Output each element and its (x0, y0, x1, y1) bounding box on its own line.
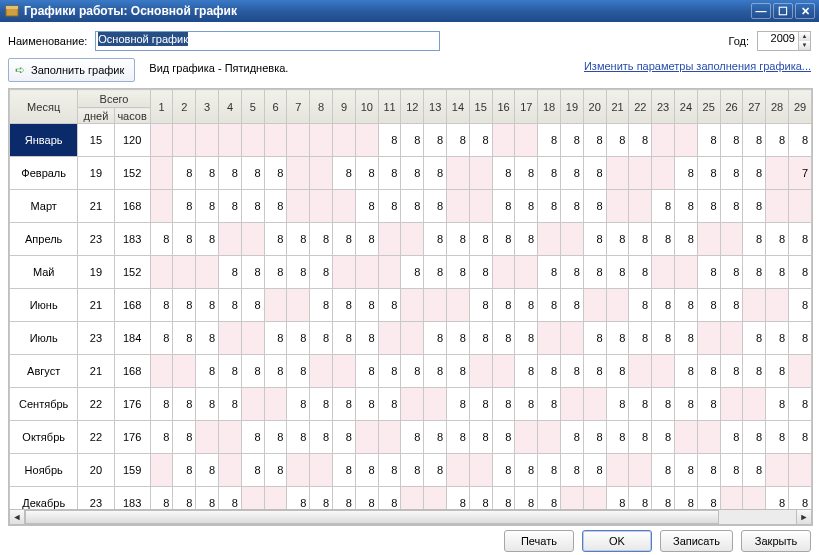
day-cell[interactable]: 8 (355, 454, 378, 487)
day-cell[interactable]: 8 (173, 421, 196, 454)
day-cell[interactable] (652, 124, 675, 157)
day-cell[interactable]: 8 (697, 289, 720, 322)
day-cell[interactable]: 8 (720, 454, 743, 487)
month-header[interactable]: Месяц (10, 90, 78, 124)
day-cell[interactable]: 8 (743, 190, 766, 223)
day-cell[interactable]: 8 (766, 355, 789, 388)
day-cell[interactable] (583, 388, 606, 421)
day-cell[interactable]: 8 (196, 223, 219, 256)
day-cell[interactable]: 8 (378, 157, 401, 190)
day-cell[interactable]: 8 (789, 124, 812, 157)
days-cell[interactable]: 19 (78, 256, 114, 289)
day-cell[interactable] (310, 124, 333, 157)
day-cell[interactable] (310, 355, 333, 388)
day-cell[interactable] (424, 388, 447, 421)
day-cell[interactable] (766, 454, 789, 487)
year-value[interactable]: 2009 (758, 32, 798, 50)
day-cell[interactable] (606, 157, 629, 190)
day-cell[interactable]: 8 (264, 322, 287, 355)
month-cell[interactable]: Ноябрь (10, 454, 78, 487)
day-cell[interactable]: 8 (583, 355, 606, 388)
hours-cell[interactable]: 168 (114, 289, 150, 322)
table-row[interactable]: Май191528888888888888888888 (10, 256, 812, 289)
day-cell[interactable]: 8 (173, 190, 196, 223)
day-cell[interactable] (447, 190, 470, 223)
days-cell[interactable]: 23 (78, 223, 114, 256)
day-cell[interactable]: 8 (219, 289, 242, 322)
day-cell[interactable]: 8 (583, 190, 606, 223)
table-row[interactable]: Июнь2116888888888888888888888 (10, 289, 812, 322)
horizontal-scrollbar[interactable]: ◄ ► (9, 509, 812, 525)
day-cell[interactable]: 8 (583, 322, 606, 355)
day-cell[interactable]: 8 (378, 454, 401, 487)
day-header[interactable]: 8 (310, 90, 333, 124)
day-cell[interactable]: 8 (583, 124, 606, 157)
day-cell[interactable]: 8 (629, 256, 652, 289)
day-header[interactable]: 26 (720, 90, 743, 124)
day-cell[interactable]: 8 (310, 322, 333, 355)
day-cell[interactable]: 8 (447, 223, 470, 256)
day-cell[interactable]: 8 (652, 322, 675, 355)
day-cell[interactable]: 8 (789, 256, 812, 289)
day-cell[interactable]: 8 (697, 454, 720, 487)
day-cell[interactable]: 8 (241, 256, 264, 289)
day-cell[interactable]: 8 (447, 388, 470, 421)
day-cell[interactable]: 8 (219, 256, 242, 289)
day-cell[interactable]: 8 (310, 421, 333, 454)
day-cell[interactable]: 8 (492, 322, 515, 355)
day-cell[interactable]: 8 (150, 223, 173, 256)
day-cell[interactable] (652, 355, 675, 388)
day-cell[interactable] (538, 421, 561, 454)
day-header[interactable]: 15 (469, 90, 492, 124)
day-cell[interactable]: 8 (173, 157, 196, 190)
day-cell[interactable] (355, 256, 378, 289)
hours-cell[interactable]: 168 (114, 190, 150, 223)
day-cell[interactable]: 8 (629, 322, 652, 355)
day-cell[interactable]: 8 (652, 454, 675, 487)
day-cell[interactable] (150, 124, 173, 157)
day-cell[interactable]: 8 (264, 223, 287, 256)
day-cell[interactable]: 8 (424, 454, 447, 487)
day-cell[interactable]: 8 (287, 355, 310, 388)
day-cell[interactable]: 8 (355, 223, 378, 256)
day-cell[interactable]: 8 (264, 355, 287, 388)
day-cell[interactable]: 8 (469, 256, 492, 289)
day-cell[interactable]: 8 (355, 157, 378, 190)
day-cell[interactable]: 8 (333, 322, 356, 355)
month-cell[interactable]: Март (10, 190, 78, 223)
day-cell[interactable] (310, 157, 333, 190)
day-cell[interactable]: 8 (652, 421, 675, 454)
day-cell[interactable]: 8 (355, 190, 378, 223)
day-cell[interactable]: 8 (424, 157, 447, 190)
day-cell[interactable] (401, 289, 424, 322)
day-cell[interactable]: 8 (196, 388, 219, 421)
day-cell[interactable]: 8 (515, 388, 538, 421)
day-cell[interactable] (173, 124, 196, 157)
day-cell[interactable]: 8 (652, 190, 675, 223)
day-cell[interactable]: 8 (652, 223, 675, 256)
day-cell[interactable]: 8 (492, 223, 515, 256)
day-cell[interactable]: 8 (561, 355, 584, 388)
day-cell[interactable]: 8 (401, 256, 424, 289)
month-cell[interactable]: Сентябрь (10, 388, 78, 421)
day-cell[interactable]: 8 (652, 289, 675, 322)
day-cell[interactable] (264, 289, 287, 322)
day-cell[interactable]: 8 (333, 289, 356, 322)
day-cell[interactable] (219, 322, 242, 355)
minimize-button[interactable]: — (751, 3, 771, 19)
day-cell[interactable] (150, 454, 173, 487)
month-cell[interactable]: Февраль (10, 157, 78, 190)
day-cell[interactable]: 8 (697, 256, 720, 289)
day-cell[interactable]: 8 (264, 157, 287, 190)
day-cell[interactable] (150, 157, 173, 190)
day-cell[interactable]: 8 (538, 256, 561, 289)
day-cell[interactable] (424, 289, 447, 322)
day-cell[interactable]: 8 (150, 421, 173, 454)
day-cell[interactable] (378, 322, 401, 355)
day-cell[interactable]: 8 (355, 355, 378, 388)
year-up-button[interactable]: ▲ (798, 32, 810, 41)
day-cell[interactable]: 8 (492, 289, 515, 322)
day-cell[interactable]: 8 (447, 256, 470, 289)
table-row[interactable]: Июль23184888888888888888888888 (10, 322, 812, 355)
day-cell[interactable]: 8 (310, 289, 333, 322)
